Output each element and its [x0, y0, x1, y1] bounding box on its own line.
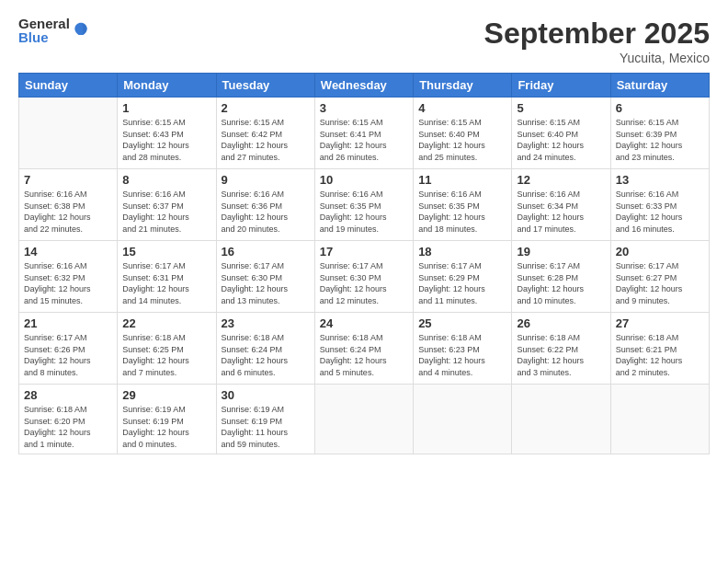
day-number: 1 [122, 101, 210, 115]
calendar: Sunday Monday Tuesday Wednesday Thursday… [18, 73, 710, 454]
calendar-cell-1-4: 3Sunrise: 6:15 AMSunset: 6:41 PMDaylight… [314, 98, 413, 169]
calendar-cell-5-3: 30Sunrise: 6:19 AMSunset: 6:19 PMDayligh… [216, 385, 314, 454]
day-info: Sunrise: 6:16 AMSunset: 6:38 PMDaylight:… [24, 189, 112, 235]
calendar-cell-1-3: 2Sunrise: 6:15 AMSunset: 6:42 PMDaylight… [216, 98, 314, 169]
day-number: 18 [418, 245, 506, 259]
day-number: 11 [418, 173, 506, 187]
day-info: Sunrise: 6:17 AMSunset: 6:30 PMDaylight:… [320, 260, 408, 306]
day-info: Sunrise: 6:17 AMSunset: 6:29 PMDaylight:… [418, 260, 506, 306]
day-number: 13 [616, 173, 704, 187]
calendar-cell-1-5: 4Sunrise: 6:15 AMSunset: 6:40 PMDaylight… [414, 98, 512, 169]
day-number: 2 [222, 101, 310, 115]
day-info: Sunrise: 6:18 AMSunset: 6:25 PMDaylight:… [122, 332, 210, 378]
day-number: 14 [24, 245, 112, 259]
day-number: 30 [222, 388, 310, 402]
col-wednesday: Wednesday [314, 74, 413, 98]
title-section: September 2025 Yucuita, Mexico [484, 17, 710, 65]
day-number: 24 [320, 316, 408, 330]
col-tuesday: Tuesday [216, 74, 314, 98]
logo-general: General [18, 17, 70, 30]
calendar-cell-1-2: 1Sunrise: 6:15 AMSunset: 6:43 PMDaylight… [118, 98, 216, 169]
day-info: Sunrise: 6:19 AMSunset: 6:19 PMDaylight:… [222, 404, 310, 450]
day-info: Sunrise: 6:17 AMSunset: 6:31 PMDaylight:… [122, 260, 210, 306]
day-info: Sunrise: 6:18 AMSunset: 6:24 PMDaylight:… [222, 332, 310, 378]
day-info: Sunrise: 6:16 AMSunset: 6:37 PMDaylight:… [122, 189, 210, 235]
day-number: 9 [222, 173, 310, 187]
day-number: 16 [222, 245, 310, 259]
day-info: Sunrise: 6:16 AMSunset: 6:32 PMDaylight:… [24, 260, 112, 306]
day-info: Sunrise: 6:19 AMSunset: 6:19 PMDaylight:… [122, 404, 210, 450]
calendar-cell-4-2: 22Sunrise: 6:18 AMSunset: 6:25 PMDayligh… [118, 313, 216, 385]
day-info: Sunrise: 6:18 AMSunset: 6:22 PMDaylight:… [517, 332, 605, 378]
calendar-cell-3-7: 20Sunrise: 6:17 AMSunset: 6:27 PMDayligh… [610, 241, 709, 313]
day-number: 23 [222, 316, 310, 330]
day-info: Sunrise: 6:16 AMSunset: 6:35 PMDaylight:… [320, 189, 408, 235]
day-number: 4 [418, 101, 506, 115]
day-info: Sunrise: 6:15 AMSunset: 6:39 PMDaylight:… [616, 117, 704, 163]
calendar-cell-2-1: 7Sunrise: 6:16 AMSunset: 6:38 PMDaylight… [19, 169, 118, 241]
day-number: 26 [517, 316, 605, 330]
calendar-cell-2-6: 12Sunrise: 6:16 AMSunset: 6:34 PMDayligh… [512, 169, 610, 241]
day-info: Sunrise: 6:18 AMSunset: 6:24 PMDaylight:… [320, 332, 408, 378]
calendar-cell-4-5: 25Sunrise: 6:18 AMSunset: 6:23 PMDayligh… [414, 313, 512, 385]
calendar-cell-2-4: 10Sunrise: 6:16 AMSunset: 6:35 PMDayligh… [314, 169, 413, 241]
day-number: 12 [517, 173, 605, 187]
calendar-cell-1-1 [19, 98, 118, 169]
day-info: Sunrise: 6:15 AMSunset: 6:41 PMDaylight:… [320, 117, 408, 163]
calendar-cell-3-5: 18Sunrise: 6:17 AMSunset: 6:29 PMDayligh… [414, 241, 512, 313]
calendar-cell-3-3: 16Sunrise: 6:17 AMSunset: 6:30 PMDayligh… [216, 241, 314, 313]
day-info: Sunrise: 6:18 AMSunset: 6:23 PMDaylight:… [418, 332, 506, 378]
day-info: Sunrise: 6:15 AMSunset: 6:42 PMDaylight:… [222, 117, 310, 163]
day-info: Sunrise: 6:17 AMSunset: 6:26 PMDaylight:… [24, 332, 112, 378]
day-number: 28 [24, 388, 112, 402]
day-info: Sunrise: 6:18 AMSunset: 6:21 PMDaylight:… [616, 332, 704, 378]
day-info: Sunrise: 6:17 AMSunset: 6:30 PMDaylight:… [222, 260, 310, 306]
calendar-cell-2-5: 11Sunrise: 6:16 AMSunset: 6:35 PMDayligh… [414, 169, 512, 241]
calendar-cell-2-7: 13Sunrise: 6:16 AMSunset: 6:33 PMDayligh… [610, 169, 709, 241]
calendar-cell-3-2: 15Sunrise: 6:17 AMSunset: 6:31 PMDayligh… [118, 241, 216, 313]
day-number: 19 [517, 245, 605, 259]
calendar-cell-4-7: 27Sunrise: 6:18 AMSunset: 6:21 PMDayligh… [610, 313, 709, 385]
calendar-cell-3-6: 19Sunrise: 6:17 AMSunset: 6:28 PMDayligh… [512, 241, 610, 313]
day-number: 3 [320, 101, 408, 115]
week-row-1: 1Sunrise: 6:15 AMSunset: 6:43 PMDaylight… [19, 98, 710, 169]
day-info: Sunrise: 6:16 AMSunset: 6:34 PMDaylight:… [517, 189, 605, 235]
week-row-5: 28Sunrise: 6:18 AMSunset: 6:20 PMDayligh… [19, 385, 710, 454]
day-number: 29 [122, 388, 210, 402]
day-info: Sunrise: 6:18 AMSunset: 6:20 PMDaylight:… [24, 404, 112, 450]
calendar-cell-4-4: 24Sunrise: 6:18 AMSunset: 6:24 PMDayligh… [314, 313, 413, 385]
calendar-cell-5-5 [414, 385, 512, 454]
day-info: Sunrise: 6:17 AMSunset: 6:28 PMDaylight:… [517, 260, 605, 306]
day-info: Sunrise: 6:16 AMSunset: 6:36 PMDaylight:… [222, 189, 310, 235]
day-number: 7 [24, 173, 112, 187]
calendar-header-row: Sunday Monday Tuesday Wednesday Thursday… [19, 74, 710, 98]
calendar-cell-4-1: 21Sunrise: 6:17 AMSunset: 6:26 PMDayligh… [19, 313, 118, 385]
calendar-cell-5-2: 29Sunrise: 6:19 AMSunset: 6:19 PMDayligh… [118, 385, 216, 454]
header: General Blue September 2025 Yucuita, Mex… [18, 17, 710, 65]
day-number: 8 [122, 173, 210, 187]
day-number: 5 [517, 101, 605, 115]
calendar-cell-4-6: 26Sunrise: 6:18 AMSunset: 6:22 PMDayligh… [512, 313, 610, 385]
day-info: Sunrise: 6:17 AMSunset: 6:27 PMDaylight:… [616, 260, 704, 306]
day-number: 10 [320, 173, 408, 187]
calendar-cell-2-2: 8Sunrise: 6:16 AMSunset: 6:37 PMDaylight… [118, 169, 216, 241]
col-saturday: Saturday [610, 74, 709, 98]
col-friday: Friday [512, 74, 610, 98]
calendar-cell-5-6 [512, 385, 610, 454]
day-number: 6 [616, 101, 704, 115]
day-number: 21 [24, 316, 112, 330]
day-info: Sunrise: 6:16 AMSunset: 6:33 PMDaylight:… [616, 189, 704, 235]
calendar-cell-1-7: 6Sunrise: 6:15 AMSunset: 6:39 PMDaylight… [610, 98, 709, 169]
day-info: Sunrise: 6:15 AMSunset: 6:40 PMDaylight:… [517, 117, 605, 163]
calendar-cell-5-7 [610, 385, 709, 454]
col-sunday: Sunday [19, 74, 118, 98]
day-number: 20 [616, 245, 704, 259]
month-title: September 2025 [484, 17, 710, 51]
day-number: 27 [616, 316, 704, 330]
calendar-cell-4-3: 23Sunrise: 6:18 AMSunset: 6:24 PMDayligh… [216, 313, 314, 385]
calendar-cell-1-6: 5Sunrise: 6:15 AMSunset: 6:40 PMDaylight… [512, 98, 610, 169]
calendar-cell-2-3: 9Sunrise: 6:16 AMSunset: 6:36 PMDaylight… [216, 169, 314, 241]
day-number: 22 [122, 316, 210, 330]
day-number: 25 [418, 316, 506, 330]
logo-blue: Blue [18, 30, 70, 44]
